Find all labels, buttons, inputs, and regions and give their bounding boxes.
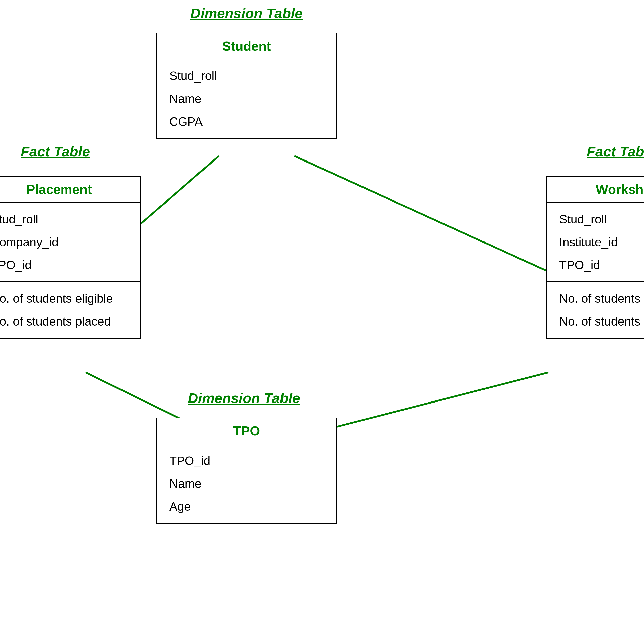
workshop-measures: No. of students selected No. of students… <box>547 282 644 338</box>
placement-measures: No. of students eligible No. of students… <box>0 282 140 338</box>
placement-field-tpo-id: TPO_id <box>0 254 130 276</box>
workshop-field-tpo-id: TPO_id <box>557 254 644 276</box>
svg-line-1 <box>294 156 548 272</box>
workshop-field-selected: No. of students selected <box>557 287 644 310</box>
dimension-table-label-top: Dimension Table <box>158 5 335 21</box>
student-table-header: Student <box>157 33 336 59</box>
placement-field-company-id: Company_id <box>0 231 130 254</box>
placement-table: Placement Stud_roll Company_id TPO_id No… <box>0 176 141 339</box>
workshop-keys: Stud_roll Institute_id TPO_id <box>547 203 644 281</box>
tpo-field-tpo-id: TPO_id <box>167 449 326 472</box>
placement-field-eligible: No. of students eligible <box>0 287 130 310</box>
workshop-table-header: Workshop <box>547 177 644 203</box>
workshop-field-institute-id: Institute_id <box>557 231 644 254</box>
tpo-field-name: Name <box>167 472 326 495</box>
diagram-container: Dimension Table Student Stud_roll Name C… <box>0 0 644 644</box>
fact-table-label-right: Fact Table <box>546 143 644 160</box>
placement-table-header: Placement <box>0 177 140 203</box>
student-field-cgpa: CGPA <box>167 110 326 133</box>
student-table: Student Stud_roll Name CGPA <box>156 33 337 139</box>
placement-field-stud-roll: Stud_roll <box>0 208 130 231</box>
fact-table-label-left: Fact Table <box>0 143 131 160</box>
tpo-table-header: TPO <box>157 418 336 444</box>
student-field-name: Name <box>167 87 326 110</box>
student-table-body: Stud_roll Name CGPA <box>157 59 336 138</box>
workshop-field-attended: No. of students attended <box>557 310 644 333</box>
workshop-field-stud-roll: Stud_roll <box>557 208 644 231</box>
tpo-field-age: Age <box>167 495 326 518</box>
placement-field-placed: No. of students placed <box>0 310 130 333</box>
workshop-table: Workshop Stud_roll Institute_id TPO_id N… <box>546 176 644 339</box>
tpo-table: TPO TPO_id Name Age <box>156 418 337 524</box>
student-field-stud-roll: Stud_roll <box>167 64 326 87</box>
tpo-table-body: TPO_id Name Age <box>157 444 336 523</box>
placement-keys: Stud_roll Company_id TPO_id <box>0 203 140 281</box>
dimension-table-label-bottom: Dimension Table <box>153 390 335 406</box>
